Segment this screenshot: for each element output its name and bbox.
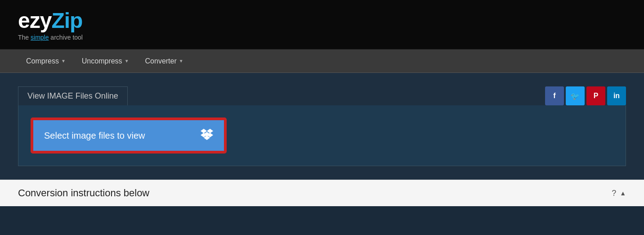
nav-item-uncompress[interactable]: Uncompress ▼	[74, 50, 137, 72]
nav-item-converter[interactable]: Converter ▼	[137, 50, 192, 72]
dropzone-container: Select image files to view	[18, 105, 626, 166]
tab-title: View IMAGE Files Online	[18, 86, 128, 105]
help-icon[interactable]: ?	[612, 189, 616, 198]
navbar: Compress ▼ Uncompress ▼ Converter ▼	[0, 50, 644, 73]
tab-panel: View IMAGE Files Online f 🐦 P in Select …	[18, 86, 626, 166]
conversion-bar: Conversion instructions below ? ▲	[0, 180, 644, 206]
nav-uncompress-label: Uncompress	[82, 57, 122, 65]
main-content: View IMAGE Files Online f 🐦 P in Select …	[0, 73, 644, 180]
select-files-label: Select image files to view	[44, 131, 145, 141]
twitter-share-button[interactable]: 🐦	[566, 86, 585, 105]
select-files-button[interactable]: Select image files to view	[32, 119, 225, 152]
conversion-actions: ? ▲	[612, 189, 626, 198]
linkedin-icon: in	[613, 92, 620, 100]
conversion-title: Conversion instructions below	[18, 187, 149, 199]
pinterest-icon: P	[594, 92, 599, 100]
collapse-icon[interactable]: ▲	[620, 190, 626, 197]
linkedin-share-button[interactable]: in	[607, 86, 626, 105]
logo-tagline: The simple archive tool	[18, 34, 626, 41]
social-icons: f 🐦 P in	[545, 86, 626, 105]
header: ezyZip The simple archive tool	[0, 0, 644, 50]
compress-chevron-icon: ▼	[61, 59, 66, 63]
logo-zip: Zip	[51, 8, 82, 33]
tagline-suffix: archive tool	[49, 34, 82, 41]
tab-header-row: View IMAGE Files Online f 🐦 P in	[18, 86, 626, 105]
svg-marker-0	[201, 129, 207, 133]
pinterest-share-button[interactable]: P	[586, 86, 605, 105]
nav-converter-label: Converter	[145, 57, 177, 65]
converter-chevron-icon: ▼	[179, 59, 183, 63]
svg-marker-1	[207, 129, 213, 133]
twitter-icon: 🐦	[571, 92, 580, 100]
facebook-icon: f	[553, 92, 555, 100]
uncompress-chevron-icon: ▼	[125, 59, 129, 63]
tagline-simple: simple	[31, 34, 49, 41]
logo: ezyZip	[18, 8, 626, 33]
facebook-share-button[interactable]: f	[545, 86, 564, 105]
nav-item-compress[interactable]: Compress ▼	[18, 50, 74, 72]
logo-ezy: ezy	[18, 8, 51, 33]
nav-compress-label: Compress	[26, 57, 59, 65]
tagline-prefix: The	[18, 34, 31, 41]
dropbox-icon	[201, 128, 213, 143]
